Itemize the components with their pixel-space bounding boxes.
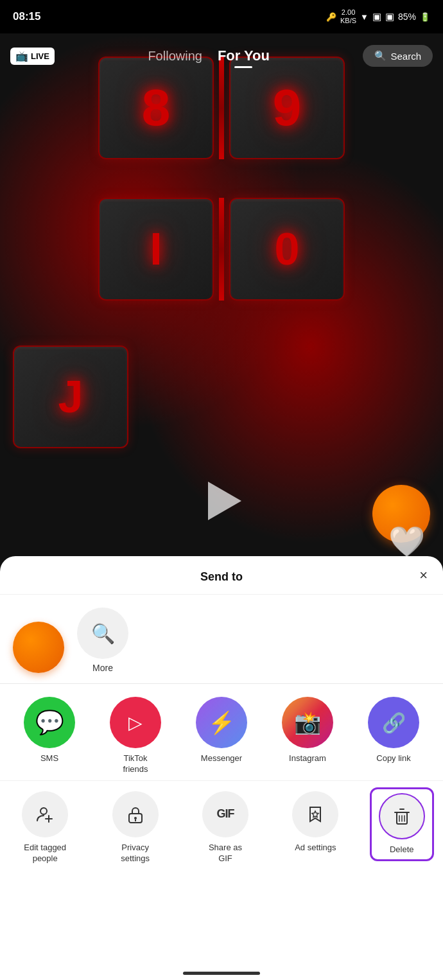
- tiktok-label: TikTokfriends: [123, 753, 148, 775]
- status-time: 08:15: [13, 10, 40, 23]
- share-instagram[interactable]: 📸 Instagram: [275, 697, 340, 764]
- search-icon: 🔍: [374, 50, 387, 62]
- messenger-icon: ⚡: [208, 710, 235, 735]
- status-bar: 08:15 🔑 2.00 KB/S ▼ ▣ ▣ 85% 🔋: [0, 0, 443, 33]
- tiktok-icon-circle: ▷: [110, 697, 161, 748]
- privacy-icon: [112, 791, 159, 837]
- delete-icon-circle: [379, 793, 425, 839]
- ad-settings-label: Ad settings: [295, 843, 336, 853]
- live-label: LIVE: [31, 51, 49, 61]
- video-background: 8 9 I 0 J 🤍: [0, 0, 443, 578]
- key-j: J: [13, 346, 128, 448]
- delete-label: Delete: [390, 844, 414, 855]
- nav-center: Following For You: [148, 48, 270, 64]
- edit-tagged-icon: [22, 791, 68, 837]
- sheet-title: Send to: [200, 570, 243, 584]
- actions-row: Edit taggedpeople Privacysettings GIF Sh…: [0, 780, 443, 871]
- like-icon: 🤍: [388, 524, 425, 559]
- top-nav: 📺 LIVE Following For You 🔍 Search: [0, 33, 443, 78]
- copylink-icon: 🔗: [382, 712, 406, 734]
- action-edit-tagged[interactable]: Edit taggedpeople: [13, 791, 77, 864]
- live-badge[interactable]: 📺 LIVE: [10, 48, 55, 65]
- edit-tagged-label: Edit taggedpeople: [24, 843, 66, 864]
- user-row: 🔍 More: [0, 595, 443, 683]
- sheet-header: Send to ×: [0, 556, 443, 595]
- more-circle: 🔍: [77, 608, 128, 659]
- signal-icon2: ▣: [385, 11, 394, 22]
- share-apps-row: 💬 SMS ▷ TikTokfriends ⚡ Messenger 📸 Inst…: [0, 684, 443, 780]
- battery-icon: 🔋: [420, 12, 430, 22]
- nav-for-you[interactable]: For You: [218, 48, 270, 64]
- sms-icon-circle: 💬: [24, 697, 75, 748]
- home-indicator: [183, 972, 260, 975]
- share-messenger[interactable]: ⚡ Messenger: [189, 697, 254, 764]
- gif-label: Share asGIF: [209, 843, 242, 864]
- copylink-label: Copy link: [376, 753, 410, 764]
- share-copylink[interactable]: 🔗 Copy link: [361, 697, 426, 764]
- gif-icon: GIF: [202, 791, 248, 837]
- key-icon: 🔑: [326, 12, 336, 22]
- ad-settings-icon: [292, 791, 338, 837]
- copylink-icon-circle: 🔗: [368, 697, 419, 748]
- instagram-icon: 📸: [294, 710, 321, 735]
- nav-following[interactable]: Following: [148, 49, 202, 64]
- action-ad-settings[interactable]: Ad settings: [283, 791, 347, 853]
- person-add-icon: [36, 805, 54, 823]
- play-icon: [208, 482, 241, 520]
- status-icons: 🔑 2.00 KB/S ▼ ▣ ▣ 85% 🔋: [326, 8, 430, 25]
- svg-point-4: [134, 817, 137, 819]
- key-i: I: [98, 198, 214, 301]
- action-privacy[interactable]: Privacysettings: [103, 791, 168, 864]
- action-delete[interactable]: Delete: [370, 787, 434, 861]
- search-button[interactable]: 🔍 Search: [363, 45, 433, 67]
- svg-point-0: [40, 808, 47, 814]
- key-o: 0: [229, 198, 345, 301]
- action-gif[interactable]: GIF Share asGIF: [193, 791, 257, 864]
- trash-icon: [393, 807, 411, 826]
- messenger-label: Messenger: [201, 753, 242, 764]
- wifi-icon: ▼: [360, 12, 369, 22]
- play-button[interactable]: [196, 475, 247, 527]
- lock-icon: [126, 805, 144, 824]
- messenger-icon-circle: ⚡: [196, 697, 247, 748]
- sms-icon: 💬: [35, 709, 64, 736]
- user-avatar-share[interactable]: [13, 622, 64, 673]
- sms-label: SMS: [40, 753, 58, 764]
- instagram-label: Instagram: [289, 753, 326, 764]
- signal-icon: ▣: [372, 11, 381, 22]
- tv-icon: 📺: [15, 50, 28, 62]
- share-sheet: Send to × 🔍 More 💬 SMS ▷ TikTokfriends: [0, 556, 443, 980]
- more-label: More: [92, 663, 113, 673]
- battery-level: 85%: [398, 12, 416, 22]
- share-sms[interactable]: 💬 SMS: [17, 697, 82, 764]
- instagram-icon-circle: 📸: [282, 697, 333, 748]
- search-icon: 🔍: [91, 622, 115, 645]
- share-tiktok[interactable]: ▷ TikTokfriends: [103, 697, 168, 775]
- close-button[interactable]: ×: [419, 568, 428, 582]
- bookmark-star-icon: [306, 805, 325, 824]
- more-button[interactable]: 🔍 More: [77, 608, 128, 673]
- tiktok-icon: ▷: [128, 712, 143, 733]
- keyboard-row-mid: I 0: [0, 193, 443, 306]
- keyboard-row-bot: J: [0, 340, 443, 453]
- network-speed: 2.00 KB/S: [340, 8, 356, 25]
- privacy-label: Privacysettings: [121, 843, 150, 864]
- search-label: Search: [390, 51, 421, 62]
